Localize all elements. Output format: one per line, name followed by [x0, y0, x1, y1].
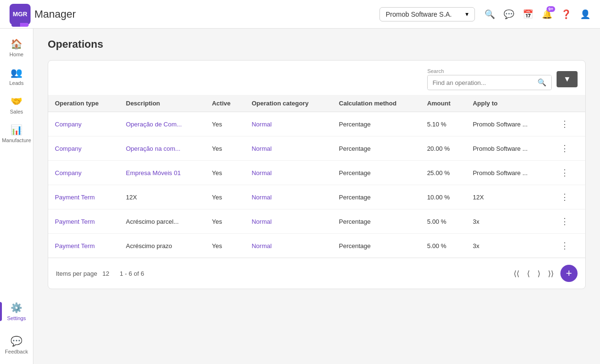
sidebar-item-leads[interactable]: 👥 Leads [0, 62, 33, 91]
cell-calc-method: Percentage [332, 136, 421, 161]
pagination-controls: ⟨⟨ ⟨ ⟩ ⟩⟩ [511, 267, 557, 280]
search-button[interactable]: 🔍 [533, 75, 551, 90]
col-header-amount: Amount [421, 95, 466, 112]
row-menu-button[interactable]: ⋮ [558, 239, 572, 252]
manufacture-icon: 📊 [11, 124, 22, 135]
operation-type-link[interactable]: Payment Term [55, 218, 95, 225]
search-icon[interactable]: 🔍 [484, 9, 495, 20]
col-header-operation-type: Operation type [48, 95, 119, 112]
app-title: Manager [34, 8, 76, 21]
filter-icon: ▼ [563, 75, 571, 83]
cell-calc-method: Percentage [332, 209, 421, 234]
row-menu-button[interactable]: ⋮ [558, 118, 572, 130]
col-header-active: Active [205, 95, 245, 112]
cell-category: Normal [245, 234, 332, 258]
operations-table: Operation type Description Active Operat… [48, 95, 585, 258]
sidebar-item-feedback[interactable]: 💬 Feedback [0, 331, 33, 359]
sidebar-item-sales[interactable]: 🤝 Sales [0, 91, 33, 119]
cell-amount: 10.00 % [421, 185, 466, 209]
sidebar-item-manufacture[interactable]: 📊 Manufacture [0, 119, 33, 148]
cell-description: 12X [119, 185, 205, 209]
description-value[interactable]: Empresa Móveis 01 [126, 169, 181, 177]
cell-row-menu: ⋮ [551, 234, 585, 258]
cell-active: Yes [205, 112, 245, 136]
filter-button[interactable]: ▼ [557, 71, 578, 87]
operation-type-link[interactable]: Payment Term [55, 242, 95, 250]
description-value: 12X [126, 194, 137, 201]
search-box-wrap: Search 🔍 [427, 68, 552, 90]
description-value: Acréscimo parcel... [126, 218, 179, 225]
company-selector[interactable]: Promob Software S.A. ▾ [379, 7, 475, 21]
page-title: Operations [48, 38, 586, 51]
cell-apply-to: Promob Software ... [466, 112, 550, 136]
cell-active: Yes [205, 136, 245, 161]
cell-amount: 5.00 % [421, 209, 466, 234]
settings-icon: ⚙️ [11, 302, 22, 313]
cell-category: Normal [245, 209, 332, 234]
operation-type-link[interactable]: Company [55, 121, 82, 128]
sidebar-item-label-home: Home [10, 52, 23, 57]
app-header: MGR Manager Promob Software S.A. ▾ 🔍 💬 📅… [0, 0, 600, 29]
operation-type-link[interactable]: Company [55, 145, 82, 152]
items-per-page-label: Items per page [56, 270, 97, 277]
logo-text: MGR [13, 10, 27, 18]
category-tag: Normal [252, 242, 272, 250]
cell-active: Yes [205, 185, 245, 209]
cell-description: Empresa Móveis 01 [119, 161, 205, 185]
cell-apply-to: 3x [466, 209, 550, 234]
cell-operation-type: Payment Term [48, 234, 119, 258]
main-content: Operations Search 🔍 ▼ Operation type Des… [33, 29, 600, 364]
cell-amount: 25.00 % [421, 161, 466, 185]
row-menu-button[interactable]: ⋮ [558, 191, 572, 203]
row-menu-button[interactable]: ⋮ [558, 215, 572, 228]
table-row: Payment Term Acréscimo prazo Yes Normal … [48, 234, 585, 258]
table-row: Payment Term 12X Yes Normal Percentage 1… [48, 185, 585, 209]
sidebar-item-home[interactable]: 🏠 Home [0, 33, 33, 62]
cell-apply-to: Promob Software ... [466, 161, 550, 185]
notification-badge: 9+ [547, 6, 555, 12]
operation-type-link[interactable]: Company [55, 169, 82, 177]
description-value[interactable]: Operação de Com... [126, 121, 182, 128]
pagination: Items per page 12 1 - 6 of 6 ⟨⟨ ⟨ ⟩ ⟩⟩ + [48, 258, 585, 289]
next-page-button[interactable]: ⟩ [535, 267, 543, 280]
notification-icon[interactable]: 🔔 9+ [542, 9, 552, 20]
description-value: Acréscimo prazo [126, 242, 172, 250]
first-page-button[interactable]: ⟨⟨ [511, 267, 522, 280]
operation-type-link[interactable]: Payment Term [55, 194, 95, 201]
table-row: Company Empresa Móveis 01 Yes Normal Per… [48, 161, 585, 185]
table-row: Company Operação na com... Yes Normal Pe… [48, 136, 585, 161]
user-icon[interactable]: 👤 [580, 9, 590, 20]
cell-calc-method: Percentage [332, 185, 421, 209]
row-menu-button[interactable]: ⋮ [558, 142, 572, 155]
calendar-icon[interactable]: 📅 [523, 9, 533, 20]
pagination-info: Items per page 12 1 - 6 of 6 [56, 270, 507, 277]
sidebar-item-label-settings: Settings [7, 315, 26, 321]
help-icon[interactable]: ❓ [561, 9, 571, 20]
feedback-icon: 💬 [11, 335, 22, 347]
add-operation-button[interactable]: + [560, 265, 578, 282]
cell-operation-type: Payment Term [48, 185, 119, 209]
description-value[interactable]: Operação na com... [126, 145, 180, 152]
message-icon[interactable]: 💬 [504, 9, 514, 20]
search-box: 🔍 [427, 75, 552, 90]
cell-row-menu: ⋮ [551, 112, 585, 136]
last-page-button[interactable]: ⟩⟩ [545, 267, 557, 280]
cell-row-menu: ⋮ [551, 136, 585, 161]
cell-operation-type: Payment Term [48, 209, 119, 234]
cell-active: Yes [205, 234, 245, 258]
category-tag: Normal [252, 194, 272, 201]
table-row: Payment Term Acréscimo parcel... Yes Nor… [48, 209, 585, 234]
sidebar-item-label-manufacture: Manufacture [2, 137, 31, 143]
cell-description: Operação de Com... [119, 112, 205, 136]
cell-calc-method: Percentage [332, 161, 421, 185]
sidebar-item-settings[interactable]: ⚙️ Settings [0, 297, 33, 326]
cell-category: Normal [245, 136, 332, 161]
cell-active: Yes [205, 161, 245, 185]
cell-apply-to: Promob Software ... [466, 136, 550, 161]
leads-icon: 👥 [11, 67, 22, 78]
prev-page-button[interactable]: ⟨ [524, 267, 533, 280]
search-input[interactable] [428, 76, 533, 89]
row-menu-button[interactable]: ⋮ [558, 166, 572, 179]
cell-operation-type: Company [48, 136, 119, 161]
category-tag: Normal [252, 145, 272, 152]
